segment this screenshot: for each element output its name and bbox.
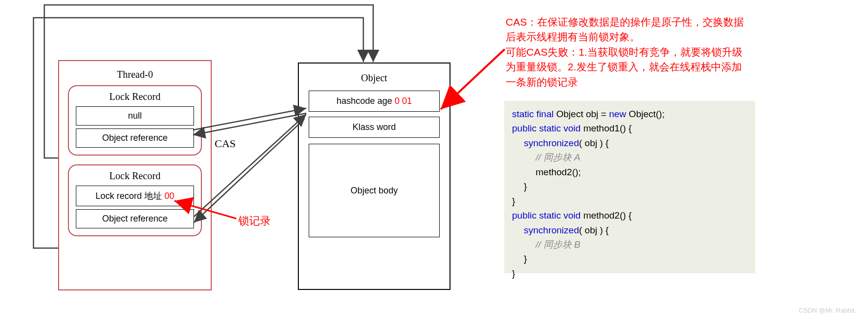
lock-record-title: Lock Record [76,91,194,102]
code-line: public static void method2() { [512,208,747,223]
note-line2: 可能CAS失败：1.当获取锁时有竞争，就要将锁升级为重量级锁。2.发生了锁重入，… [506,46,742,88]
code-block: static final Object obj = new Object(); … [504,101,755,273]
lock-record-title: Lock Record [76,170,194,182]
object-markword: hashcode age 0 01 [309,91,440,112]
code-line: public static void method1() { [512,121,747,135]
code-line: method2(); [512,165,747,179]
lock-record-objref: Object reference [76,209,194,228]
markword-prefix: hashcode age [336,96,394,106]
lock-record-address: Lock record 地址 00 [76,186,194,206]
note-prefix: CAS： [506,16,537,28]
lockrec-addr-prefix: Lock record 地址 [96,191,164,201]
code-comment: // 同步块 B [512,237,747,252]
annotation-note: CAS：在保证修改数据是的操作是原子性，交换数据后表示线程拥有当前锁对象。 可能… [506,15,752,90]
object-title: Object [299,72,450,84]
object-box: Object hashcode age 0 01 Klass word Obje… [298,63,450,290]
lock-record-objref: Object reference [76,128,194,148]
thread-title: Thread-0 [59,69,211,80]
lock-record-1: Lock Record Lock record 地址 00 Object ref… [68,164,202,236]
lock-record-0: Lock Record null Object reference [68,85,202,156]
code-line: synchronized( obj ) { [512,223,747,237]
code-line: } [512,252,747,266]
markword-suffix: 0 01 [395,96,412,106]
code-line: static final Object obj = new Object(); [512,107,747,121]
lock-record-markword: null [76,106,194,126]
object-body: Object body [309,144,440,237]
code-line: synchronized( obj ) { [512,136,747,150]
note-line1: 在保证修改数据是的操作是原子性，交换数据后表示线程拥有当前锁对象。 [506,16,744,42]
lockrecord-label: 锁记录 [238,214,271,228]
thread-box: Thread-0 Lock Record null Object referen… [58,60,212,290]
code-comment: // 同步块 A [512,150,747,164]
object-klassword: Klass word [309,117,440,138]
code-line: } [512,194,747,208]
code-line: } [512,266,747,281]
cas-label: CAS [215,137,236,150]
lockrec-addr-suffix: 00 [164,191,174,201]
code-line: } [512,179,747,193]
watermark: CSDN @Mr. Rabbit. [799,307,857,314]
